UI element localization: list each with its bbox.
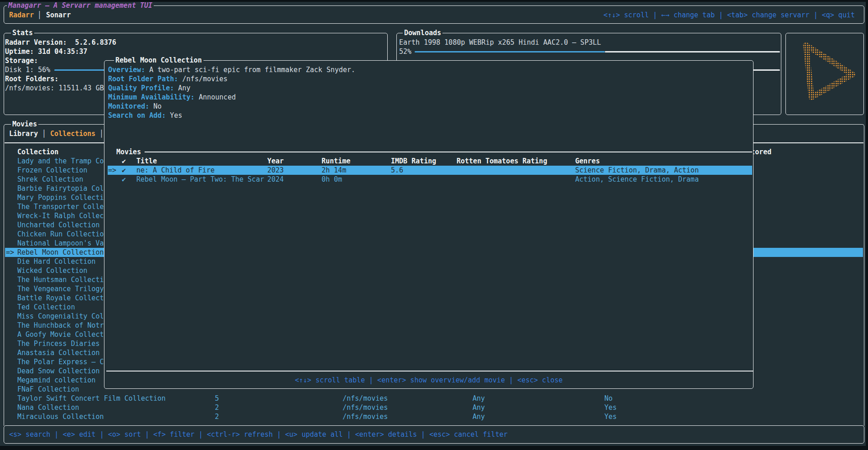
app-title: Managarr – A Servarr management TUI [7, 1, 154, 10]
popup-field-label: Root Folder Path: [108, 75, 178, 83]
collection-row[interactable]: Taylor Swift Concert Film Collection5/nf… [4, 394, 864, 403]
collection-row[interactable]: Nana Collection2/nfs/moviesAnyYes [4, 403, 864, 412]
screen-edge-right [866, 0, 868, 450]
stats-uptime-label: Uptime: [5, 47, 34, 56]
download-gauge-rest [605, 51, 780, 52]
stats-rootfolders-label: Root Folders: [5, 75, 58, 83]
collection-quality-profile: Any [473, 412, 485, 421]
popup-field: Search on Add: Yes [108, 111, 182, 120]
collection-name: Wreck-It Ralph Collec [17, 211, 104, 220]
popup-field-value: Any [174, 84, 191, 92]
popup-field-label: Minimum Availability: [108, 93, 195, 101]
collection-name: Chicken Run Collectio [17, 230, 104, 239]
collection-name: National Lampoon's Va [17, 239, 104, 248]
popup-field: Quality Profile: Any [108, 84, 191, 93]
collection-name: The Polar Express – C [17, 357, 104, 366]
collection-name: Dead Snow Collection [17, 366, 100, 376]
movie-genres: Science Fiction, Drama, Action [575, 166, 699, 175]
stats-disk-percent: 56% [38, 66, 50, 74]
tab-sonarr[interactable]: Sonarr [46, 10, 71, 20]
screen-edge-top [0, 0, 868, 2]
downloads-panel-title: Downloads [403, 28, 442, 37]
stats-rootfolders-row: Root Folders: [5, 74, 58, 84]
collection-name: Frozen Collection [17, 166, 88, 175]
stats-uptime-value: 31d 04:35:37 [38, 47, 87, 56]
screen-edge-bottom [0, 446, 868, 450]
collection-details-popup: Rebel Moon Collection Overview: A two-pa… [104, 60, 754, 389]
collection-name: Nana Collection [17, 403, 79, 412]
popup-field: Overview: A two-part sci-fi epic from fi… [108, 65, 355, 74]
collection-name: Miraculous Collection [17, 412, 104, 421]
popup-field: Minimum Availability: Announced [108, 93, 236, 102]
movie-title: Rebel Moon – Part Two: The Scar [136, 175, 264, 184]
popup-keybinds: <↑↓> scroll table | <enter> show overvie… [104, 376, 753, 385]
collection-name: Wicked Collection [17, 266, 88, 275]
collection-name: A Goofy Movie Collect [17, 330, 104, 339]
movie-check: ✔ [122, 166, 126, 175]
collection-name: Rebel Moon Collection [17, 248, 104, 257]
stats-disk-row: Disk 1: 56% [5, 65, 50, 74]
collection-name: Megamind collection [17, 376, 96, 385]
collection-name: Anastasia Collection [17, 348, 100, 357]
collection-name: Die Hard Collection [17, 257, 96, 266]
collection-search-on-add: Yes [604, 403, 617, 412]
servarr-tabs: Radarr│Sonarr [9, 10, 34, 20]
popup-title: Rebel Moon Collection [114, 56, 203, 65]
popup-field-label: Quality Profile: [108, 84, 174, 92]
stats-storage-label: Storage: [5, 57, 38, 65]
collection-name: The Huntsman Collecti [17, 275, 104, 284]
collection-row[interactable]: Miraculous Collection2/nfs/moviesAnyYes [4, 412, 864, 421]
movie-check: ✔ [122, 175, 126, 184]
download-item-progress-row: 52% [399, 47, 411, 56]
collection-name: Miss Congeniality Col [17, 312, 104, 321]
popup-field-value: A two-part sci-fi epic from filmmaker Za… [145, 66, 355, 74]
header-rotten-tomatoes-rating: Rotten Tomatoes Rating [457, 157, 547, 166]
title-bar-panel: Managarr – A Servarr management TUI Rada… [4, 5, 864, 24]
managarr-logo-icon [786, 33, 863, 114]
help-bar: <s> search | <e> edit | <o> sort | <f> f… [4, 425, 864, 444]
download-item-name: Earth 1998 1080p WEBRip x265 Hindi AAC2.… [399, 38, 601, 47]
collection-name: The Transporter Colle [17, 202, 104, 211]
stats-version-row: Radarr Version: 5.2.6.8376 [5, 38, 116, 47]
collection-root-folder: /nfs/movies [343, 403, 388, 412]
tab-radarr[interactable]: Radarr [9, 11, 34, 19]
collection-name: The Vengeance Trilogy [17, 284, 104, 293]
stats-rootfolder-value-row: /nfs/movies: 11511.43 GB [5, 84, 104, 93]
popup-field-value: Announced [195, 93, 236, 101]
movie-row-selected[interactable]: =>✔ne: A Child of Fire20232h 14m5.6Scien… [108, 166, 752, 175]
popup-table-title: Movies [116, 147, 141, 157]
popup-field-label: Search on Add: [108, 111, 166, 120]
collection-name: Barbie Fairytopia Col [17, 184, 104, 193]
header-title: Title [136, 157, 157, 166]
collection-search-on-add: Yes [604, 412, 617, 421]
popup-field-value: No [149, 102, 161, 110]
help-bar-keybinds: <s> search | <e> edit | <o> sort | <f> f… [9, 430, 508, 439]
movie-imdb-rating: 5.6 [391, 166, 403, 175]
collection-root-folder: /nfs/movies [343, 394, 388, 403]
collection-name: Lady and the Tramp Co [17, 157, 104, 166]
collection-name: The Hunchback of Notr [17, 321, 104, 330]
header-monitored-check: ✔ [122, 157, 126, 166]
collection-name: The Princess Diaries [17, 339, 100, 348]
collection-name: Uncharted Collection [17, 220, 100, 230]
stats-disk-label: Disk 1: [5, 66, 34, 74]
collection-movies: 2 [215, 412, 219, 421]
download-item-percent: 52% [399, 47, 411, 56]
tab-separator: │ [37, 10, 42, 20]
popup-table-title-line [145, 152, 752, 152]
collection-name: Ted Collection [17, 303, 75, 312]
header-genres: Genres [575, 157, 600, 166]
movie-genres: Action, Science Fiction, Drama [575, 175, 699, 184]
stats-version-value: 5.2.6.8376 [75, 38, 116, 47]
popup-table-header-row: ✔TitleYearRuntimeIMDB RatingRotten Tomat… [104, 157, 753, 166]
collection-name: Taylor Swift Concert Film Collection [17, 394, 166, 403]
stats-panel-title: Stats [11, 28, 34, 37]
selected-row-prefix: => [6, 248, 14, 257]
collection-search-on-add: No [604, 394, 613, 403]
movie-row[interactable]: ✔Rebel Moon – Part Two: The Scar20240h 0… [104, 175, 753, 184]
stats-uptime-row: Uptime: 31d 04:35:37 [5, 47, 88, 56]
popup-table-bottom-line [106, 371, 753, 372]
selected-movie-prefix: => [108, 166, 116, 175]
stats-version-label: Radarr Version: [5, 38, 67, 47]
collection-name: Mary Poppins Collecti [17, 193, 104, 202]
